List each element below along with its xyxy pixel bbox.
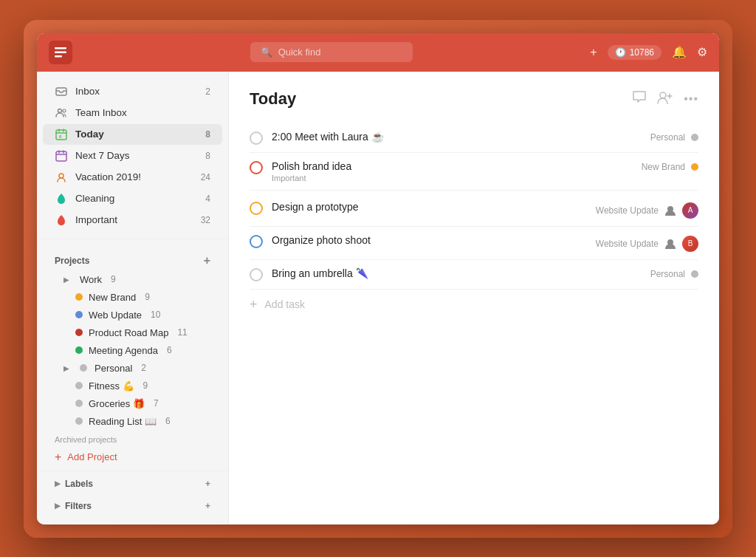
task-checkbox-2[interactable] bbox=[250, 161, 263, 174]
vacation-icon bbox=[55, 171, 68, 184]
personal-chevron: ▶ bbox=[63, 364, 69, 372]
web-update-count: 10 bbox=[151, 310, 160, 320]
sub-project-web-update[interactable]: Web Update 10 bbox=[43, 307, 222, 324]
app-window: 🔍 Quick find + 🕐 10786 🔔 ⚙ bbox=[37, 33, 719, 524]
add-project-button[interactable]: + Add Project bbox=[43, 447, 222, 468]
labels-add-button[interactable]: + bbox=[205, 479, 210, 489]
filters-add-button[interactable]: + bbox=[205, 501, 210, 511]
main-layout: Inbox 2 Team Inbox bbox=[37, 72, 719, 524]
filters-chevron: ▶ bbox=[55, 502, 61, 510]
sidebar-item-vacation[interactable]: Vacation 2019! 24 bbox=[43, 167, 222, 188]
task-content-5: Bring an umbrella 🌂 bbox=[272, 267, 642, 279]
meeting-agenda-count: 6 bbox=[167, 345, 172, 355]
topbar-right: + 🕐 10786 🔔 ⚙ bbox=[590, 45, 707, 60]
sidebar-divider-2 bbox=[37, 471, 228, 471]
task-checkbox-5[interactable] bbox=[250, 268, 263, 281]
task-content-3: Design a prototype bbox=[272, 201, 587, 213]
add-person-action-button[interactable] bbox=[657, 91, 673, 107]
labels-label: Labels bbox=[65, 479, 93, 489]
settings-button[interactable]: ⚙ bbox=[697, 45, 707, 59]
task-content-4: Organize photo shoot bbox=[272, 234, 587, 246]
sub-project-fitness[interactable]: Fitness 💪 9 bbox=[43, 377, 222, 394]
task-title-2: Polish brand idea bbox=[272, 160, 633, 172]
project-item-work[interactable]: ▶ Work 9 bbox=[43, 271, 222, 288]
sub-project-new-brand[interactable]: New Brand 9 bbox=[43, 289, 222, 306]
vacation-label: Vacation 2019! bbox=[75, 171, 193, 182]
next7days-label: Next 7 Days bbox=[75, 150, 198, 161]
search-input[interactable]: 🔍 Quick find bbox=[250, 42, 413, 62]
sidebar-item-team-inbox[interactable]: Team Inbox bbox=[43, 103, 222, 123]
task-title-3: Design a prototype bbox=[272, 201, 587, 213]
vacation-count: 24 bbox=[201, 172, 210, 182]
inbox-label: Inbox bbox=[75, 86, 198, 97]
team-inbox-icon bbox=[55, 106, 68, 120]
task-checkbox-1[interactable] bbox=[250, 131, 263, 145]
new-brand-count: 9 bbox=[145, 292, 150, 302]
karma-icon: 🕐 bbox=[615, 47, 626, 58]
reading-list-label: Reading List 📖 bbox=[89, 416, 157, 427]
search-placeholder: Quick find bbox=[278, 47, 321, 58]
add-task-button[interactable]: + Add task bbox=[250, 290, 698, 320]
app-logo[interactable] bbox=[49, 41, 72, 64]
karma-badge[interactable]: 🕐 10786 bbox=[608, 45, 662, 60]
task-project-4: Website Update bbox=[596, 239, 659, 249]
sidebar-item-cleaning[interactable]: Cleaning 4 bbox=[43, 188, 222, 209]
cleaning-count: 4 bbox=[205, 194, 210, 204]
task-content-1: 2:00 Meet with Laura ☕ bbox=[272, 131, 642, 143]
task-subtitle-2: Important bbox=[272, 174, 633, 182]
task-checkbox-4[interactable] bbox=[250, 235, 263, 248]
task-checkbox-3[interactable] bbox=[250, 202, 263, 215]
filters-section[interactable]: ▶ Filters + bbox=[43, 496, 222, 516]
important-icon bbox=[55, 213, 68, 227]
svg-rect-11 bbox=[56, 151, 66, 161]
task-project-3: Website Update bbox=[596, 205, 659, 216]
reading-list-count: 6 bbox=[165, 416, 171, 426]
table-row[interactable]: 2:00 Meet with Laura ☕ Personal bbox=[250, 123, 698, 153]
add-button[interactable]: + bbox=[590, 46, 597, 59]
table-row[interactable]: Organize photo shoot Website Update B bbox=[250, 227, 698, 260]
fitness-count: 9 bbox=[143, 380, 148, 391]
important-count: 32 bbox=[201, 215, 210, 225]
task-title-1: 2:00 Meet with Laura ☕ bbox=[272, 131, 642, 143]
task-meta-2: New Brand bbox=[642, 162, 698, 172]
sub-project-groceries[interactable]: Groceries 🎁 7 bbox=[43, 395, 222, 412]
next7days-icon bbox=[55, 149, 68, 163]
more-options-button[interactable]: ••• bbox=[684, 92, 698, 106]
task-dot-1 bbox=[691, 134, 698, 141]
table-row[interactable]: Bring an umbrella 🌂 Personal bbox=[250, 260, 698, 290]
sub-project-product-road-map[interactable]: Product Road Map 11 bbox=[43, 324, 222, 341]
sub-project-meeting-agenda[interactable]: Meeting Agenda 6 bbox=[43, 342, 222, 359]
next7days-count: 8 bbox=[205, 151, 210, 161]
project-item-personal[interactable]: ▶ Personal 2 bbox=[43, 360, 222, 377]
work-label: Work bbox=[80, 274, 102, 285]
task-dot-5 bbox=[691, 270, 698, 278]
sidebar-item-important[interactable]: Important 32 bbox=[43, 210, 222, 230]
table-row[interactable]: Polish brand idea Important New Brand bbox=[250, 153, 698, 191]
sub-project-reading-list[interactable]: Reading List 📖 6 bbox=[43, 413, 222, 430]
projects-section-header[interactable]: Projects + bbox=[43, 248, 222, 270]
task-title-5: Bring an umbrella 🌂 bbox=[272, 267, 642, 279]
filters-label: Filters bbox=[65, 501, 92, 511]
sidebar-item-today[interactable]: 8 Today 8 bbox=[43, 124, 222, 145]
comment-action-button[interactable] bbox=[632, 90, 647, 107]
new-brand-dot bbox=[75, 293, 83, 301]
svg-point-16 bbox=[660, 92, 666, 98]
projects-add-button[interactable]: + bbox=[204, 254, 210, 267]
sidebar-divider bbox=[37, 239, 228, 239]
personal-count: 2 bbox=[141, 363, 146, 373]
task-avatar-3: A bbox=[682, 202, 698, 219]
personal-dot bbox=[80, 364, 87, 372]
meeting-agenda-label: Meeting Agenda bbox=[89, 345, 158, 356]
product-road-map-dot bbox=[75, 329, 83, 336]
labels-section[interactable]: ▶ Labels + bbox=[43, 474, 222, 493]
today-icon: 8 bbox=[55, 128, 68, 141]
today-label: Today bbox=[75, 129, 198, 140]
sidebar-item-next7days[interactable]: Next 7 Days 8 bbox=[43, 146, 222, 166]
task-meta-4: Website Update B bbox=[596, 236, 698, 252]
topbar: 🔍 Quick find + 🕐 10786 🔔 ⚙ bbox=[37, 33, 719, 72]
svg-text:8: 8 bbox=[59, 134, 62, 139]
sidebar-item-inbox[interactable]: Inbox 2 bbox=[43, 81, 222, 102]
web-update-dot bbox=[75, 311, 83, 318]
table-row[interactable]: Design a prototype Website Update A bbox=[250, 194, 698, 227]
notifications-button[interactable]: 🔔 bbox=[672, 45, 687, 59]
